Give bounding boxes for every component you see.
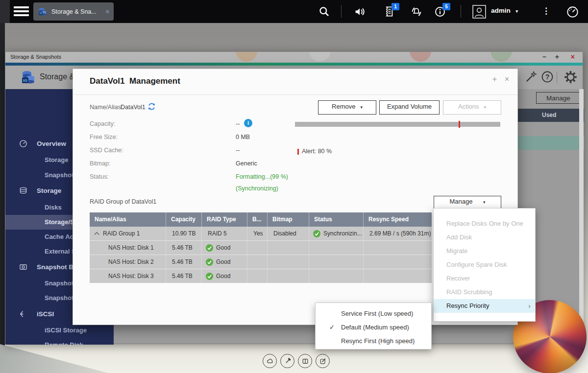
status-value-2: (Synchronizing) [236, 185, 278, 192]
tab-close-icon[interactable]: × [105, 8, 109, 15]
collapse-icon[interactable] [94, 231, 100, 237]
search-icon[interactable] [318, 6, 330, 17]
dock-cloud-icon[interactable] [263, 354, 277, 368]
window-minimize-icon[interactable]: − [542, 53, 546, 61]
ssd-cache-label: SSD Cache: [90, 147, 123, 154]
resync-priority-submenu: Service First (Low speed) ✓ Default (Med… [315, 303, 432, 350]
screen: Storage & Snapshots − + × IO Storage & [0, 0, 588, 373]
notification-sync-icon[interactable] [411, 6, 422, 18]
dock-notes-icon[interactable] [316, 354, 330, 368]
status-ok-icon [206, 273, 213, 280]
svg-text:IO: IO [40, 12, 42, 15]
alert-label: Alert: 80 % [302, 148, 332, 155]
dialog-title: DataVol1 Management [90, 76, 180, 86]
help-icon[interactable]: ? [541, 70, 554, 83]
capacity-value: -- [236, 120, 240, 127]
caret-down-icon: ▾ [516, 9, 518, 14]
capacity-label: Capacity: [90, 120, 115, 127]
ghost-icon [410, 52, 431, 62]
gauge-icon [19, 140, 27, 148]
remove-button[interactable]: Remove▾ [318, 100, 376, 115]
status-ok-icon [206, 258, 213, 266]
status-value: Formatting...(99 %) [236, 173, 288, 180]
disks-icon [19, 186, 27, 195]
submenu-item-default[interactable]: ✓ Default (Medium speed) [316, 321, 431, 334]
desktop-wedge-shape [0, 344, 108, 373]
name-alias-label: Name/Alias: [90, 104, 122, 111]
window-title: Storage & Snapshots [10, 54, 61, 60]
svg-text:IO: IO [23, 78, 27, 83]
chevron-right-icon: › [528, 299, 531, 313]
iscsi-icon [19, 310, 27, 318]
sidebar-item-remote-disk[interactable]: Remote Disk [5, 338, 114, 345]
menu-item-resync-priority[interactable]: Resync Priority › [434, 299, 535, 313]
bg-manage-button[interactable]: Manage [536, 92, 581, 104]
svg-text:?: ? [545, 73, 550, 81]
taskbar-divider [341, 5, 342, 18]
disk-row[interactable]: NAS Host: Disk 1 5.46 TB Good [90, 240, 432, 255]
user-avatar-icon[interactable] [472, 5, 486, 19]
raid-table: Name/Alias Capacity RAID Type B... Bitma… [90, 212, 432, 283]
more-options-icon[interactable]: ⋮ [542, 6, 550, 16]
taskbar: IO Storage & Sna... × 1 [0, 0, 588, 23]
status-label: Status: [90, 173, 109, 180]
info-badge: 5 [442, 3, 450, 10]
tab-label: Storage & Sna... [51, 8, 101, 15]
window-maximize-icon[interactable]: + [555, 53, 559, 61]
bitmap-value: Generic [236, 160, 257, 167]
menu-item-migrate[interactable]: Migrate [434, 244, 535, 258]
window-app-title: Storage & [40, 72, 74, 81]
dock-tools-icon[interactable] [280, 354, 294, 368]
expand-volume-button[interactable]: Expand Volume [379, 100, 440, 115]
table-header-row: Name/Alias Capacity RAID Type B... Bitma… [90, 212, 432, 227]
dock-book-icon[interactable] [298, 354, 312, 368]
window-scrollbar[interactable] [579, 89, 584, 345]
check-icon: ✓ [329, 321, 335, 334]
actions-button[interactable]: Actions▾ [443, 100, 501, 115]
window-close-icon[interactable]: × [571, 53, 575, 61]
ghost-icon [490, 52, 512, 62]
bitmap-label: Bitmap: [90, 160, 110, 167]
header-divider [557, 71, 557, 83]
manage-menu: Replace Disks One by One Add Disk Migrat… [433, 208, 536, 322]
gear-icon[interactable] [564, 70, 577, 84]
caret-down-icon: ▾ [360, 101, 363, 113]
alert-tick-icon [297, 149, 299, 155]
info-icon[interactable]: i [244, 119, 252, 127]
menu-item-replace-disks[interactable]: Replace Disks One by One [434, 217, 535, 231]
dialog-close-icon[interactable]: × [505, 75, 509, 84]
menu-item-raid-scrubbing[interactable]: RAID Scrubbing [434, 285, 535, 299]
wizard-wand-icon[interactable] [525, 70, 538, 83]
storage-app-icon: IO [38, 7, 48, 17]
menu-item-add-disk[interactable]: Add Disk [434, 231, 535, 244]
sidebar-item-iscsi-storage[interactable]: iSCSI Storage [5, 323, 114, 338]
submenu-item-service-first[interactable]: Service First (Low speed) [316, 307, 431, 321]
volume-icon[interactable] [354, 6, 366, 18]
caret-down-icon: ▾ [483, 197, 486, 208]
status-ok-icon [206, 244, 213, 252]
capacity-alert-marker [459, 121, 460, 128]
status-ok-icon [313, 230, 320, 237]
resource-monitor-icon[interactable] [566, 6, 579, 18]
taskbar-notch [0, 0, 10, 23]
raid-group-row[interactable]: RAID Group 1 10.90 TB RAID 5 Yes Disable… [90, 227, 432, 240]
user-menu[interactable]: admin ▾ [491, 7, 518, 14]
disk-row[interactable]: NAS Host: Disk 2 5.46 TB Good [90, 255, 432, 269]
desktop-left-strip [0, 23, 5, 366]
window-titlebar[interactable]: Storage & Snapshots − + × [5, 52, 583, 63]
taskbar-tab-storage[interactable]: IO Storage & Sna... × [33, 2, 114, 21]
free-size-label: Free Size: [90, 134, 118, 140]
manage-dropdown-button[interactable]: Manage ▾ [434, 196, 501, 209]
name-alias-value: DataVol1 [121, 104, 146, 111]
submenu-item-resync-first[interactable]: Resync First (High speed) [316, 334, 431, 348]
ghost-icon [236, 52, 257, 62]
disk-row[interactable]: NAS Host: Disk 3 5.46 TB Good [90, 269, 432, 283]
menu-item-configure-spare-disk[interactable]: Configure Spare Disk [434, 258, 535, 272]
refresh-icon[interactable] [147, 102, 156, 111]
raid-section-label: RAID Group of DataVol1 [90, 198, 156, 205]
dialog-divider [73, 94, 517, 95]
camera-icon [19, 263, 27, 271]
storage-app-icon: IO [20, 69, 37, 86]
menu-item-recover[interactable]: Recover [434, 272, 535, 285]
dialog-maximize-icon[interactable]: + [492, 75, 497, 84]
